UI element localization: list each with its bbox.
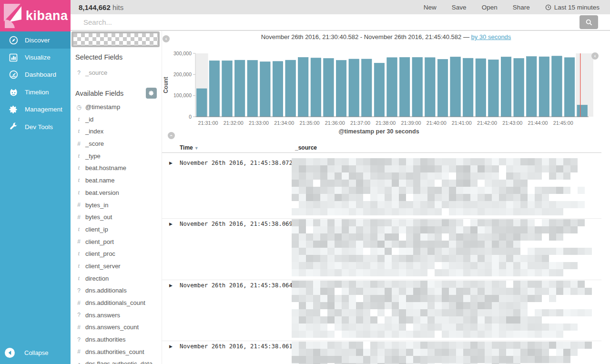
svg-text:21:32:00: 21:32:00 xyxy=(224,120,244,126)
field-item-dns-additionals_count[interactable]: #dns.additionals_count xyxy=(71,297,162,309)
field-item--timestamp[interactable]: ◷@timestamp xyxy=(71,101,162,113)
text-field-icon: t xyxy=(75,263,82,270)
doc-table-header: Time▼ _source xyxy=(162,142,601,153)
number-field-icon: # xyxy=(75,202,82,208)
field-item-beat-name[interactable]: tbeat.name xyxy=(71,174,162,187)
field-item-dns-additionals[interactable]: ?dns.additionals xyxy=(71,284,162,297)
table-row: ▶November 26th 2016, 21:45:38.061 xyxy=(162,341,601,364)
timelion-icon xyxy=(8,87,19,97)
gear-icon xyxy=(8,104,19,115)
column-header-source: _source xyxy=(295,144,317,151)
time-range-label: November 26th 2016, 21:30:40.582 - Novem… xyxy=(261,33,469,40)
kibana-logo[interactable]: kibana xyxy=(0,0,71,31)
field-name: dns.flags.authentic_data xyxy=(85,360,152,364)
time-picker-button[interactable]: Last 15 minutes xyxy=(545,4,600,11)
expand-row-icon[interactable]: ▶ xyxy=(169,344,173,349)
field-item-dns-authorities_count[interactable]: #dns.authorities_count xyxy=(71,345,162,358)
sidebar-item-timelion[interactable]: Timelion xyxy=(0,83,71,101)
text-field-icon: t xyxy=(75,250,82,257)
search-icon xyxy=(585,19,593,26)
field-settings-button[interactable] xyxy=(146,88,157,99)
field-item-bytes_in[interactable]: #bytes_in xyxy=(71,199,162,211)
field-name: bytes_out xyxy=(85,213,112,221)
field-item-client_server[interactable]: tclient_server xyxy=(71,260,162,273)
redacted-source-content xyxy=(292,281,600,338)
field-item-beat-version[interactable]: tbeat.version xyxy=(71,187,162,199)
field-name: client_ip xyxy=(85,226,108,233)
gear-icon xyxy=(148,90,154,96)
app-sidebar: kibana DiscoverVisualizeDashboardTimelio… xyxy=(0,0,71,364)
text-field-icon: t xyxy=(75,189,82,196)
svg-text:21:41:00: 21:41:00 xyxy=(452,120,472,126)
field-name: dns.additionals_count xyxy=(85,299,145,306)
number-field-icon: # xyxy=(75,238,82,245)
new-button[interactable]: New xyxy=(424,4,437,11)
sidebar-item-label: Dev Tools xyxy=(25,123,53,131)
chevron-left-icon[interactable]: ‹ xyxy=(163,35,170,42)
available-fields-header: Available Fields xyxy=(75,90,157,97)
selected-fields-list: ?_source xyxy=(71,67,162,79)
search-input[interactable] xyxy=(71,14,610,30)
field-name: bytes_in xyxy=(85,202,108,209)
share-button[interactable]: Share xyxy=(513,4,530,11)
histogram-chart[interactable]: 0100,000200,000300,00021:31:0021:32:0021… xyxy=(162,47,593,129)
field-item-dns-answers[interactable]: ?dns.answers xyxy=(71,309,162,321)
field-name: beat.version xyxy=(85,189,119,196)
field-item-_index[interactable]: t_index xyxy=(71,125,162,138)
text-field-icon: t xyxy=(75,275,82,282)
field-item-bytes_out[interactable]: #bytes_out xyxy=(71,211,162,223)
field-name: _score xyxy=(85,140,104,147)
sidebar-item-discover[interactable]: Discover xyxy=(0,31,71,49)
date-field-icon: ◷ xyxy=(75,104,82,111)
redacted-source-content xyxy=(292,219,600,277)
field-item-_source[interactable]: ?_source xyxy=(71,67,162,79)
field-item-client_port[interactable]: #client_port xyxy=(71,235,162,248)
field-item-dns-answers_count[interactable]: #dns.answers_count xyxy=(71,321,162,334)
row-timestamp: November 26th 2016, 21:45:38.069 xyxy=(180,221,293,227)
field-item-direction[interactable]: tdirection xyxy=(71,272,162,284)
svg-text:21:45:00: 21:45:00 xyxy=(553,120,573,126)
nav-items: DiscoverVisualizeDashboardTimelionManage… xyxy=(0,31,71,135)
compass-icon xyxy=(8,35,19,45)
sidebar-item-visualize[interactable]: Visualize xyxy=(0,49,71,66)
index-pattern-selector[interactable] xyxy=(71,31,160,47)
expand-row-icon[interactable]: ▶ xyxy=(169,161,173,165)
svg-text:Count: Count xyxy=(163,77,169,93)
field-item-_score[interactable]: #_score xyxy=(71,138,162,150)
svg-text:200,000: 200,000 xyxy=(173,71,192,77)
field-item-_type[interactable]: t_type xyxy=(71,150,162,162)
sidebar-item-label: Timelion xyxy=(25,89,49,96)
boolean-field-icon: ◑ xyxy=(75,361,82,364)
field-name: _index xyxy=(85,128,103,135)
table-row: ▶November 26th 2016, 21:45:38.069 xyxy=(162,219,601,280)
sidebar-item-dev-tools[interactable]: Dev Tools xyxy=(0,118,71,135)
collapse-button[interactable]: Collapse xyxy=(0,344,71,361)
fields-panel: Selected Fields ?_source Available Field… xyxy=(71,31,162,364)
field-name: dns.answers xyxy=(85,312,120,319)
svg-text:21:40:00: 21:40:00 xyxy=(427,120,447,126)
field-item-beat-hostname[interactable]: tbeat.hostname xyxy=(71,162,162,174)
text-field-icon: t xyxy=(75,164,82,172)
field-item-client_proc[interactable]: tclient_proc xyxy=(71,248,162,260)
interval-link[interactable]: by 30 seconds xyxy=(471,33,511,40)
field-item-dns-flags-authentic_data[interactable]: ◑dns.flags.authentic_data xyxy=(71,358,162,364)
row-timestamp: November 26th 2016, 21:45:38.072 xyxy=(180,160,293,166)
search-button[interactable] xyxy=(580,15,598,29)
text-field-icon: t xyxy=(75,177,82,184)
column-header-time[interactable]: Time▼ xyxy=(180,144,199,151)
field-item-dns-authorities[interactable]: ?dns.authorities xyxy=(71,334,162,346)
hits-count: 8,144,662 hits xyxy=(79,3,123,11)
field-item-client_ip[interactable]: tclient_ip xyxy=(71,223,162,236)
save-button[interactable]: Save xyxy=(452,4,467,11)
sidebar-item-management[interactable]: Management xyxy=(0,101,71,118)
chevron-left-icon[interactable]: ‹ xyxy=(591,52,599,60)
svg-text:100,000: 100,000 xyxy=(173,92,192,98)
sidebar-item-dashboard[interactable]: Dashboard xyxy=(0,66,71,83)
open-button[interactable]: Open xyxy=(482,4,498,11)
expand-row-icon[interactable]: ▶ xyxy=(169,283,173,288)
expand-row-icon[interactable]: ▶ xyxy=(169,222,173,226)
svg-text:21:36:00: 21:36:00 xyxy=(325,120,345,126)
number-field-icon: # xyxy=(75,300,82,306)
field-item-_id[interactable]: t_id xyxy=(71,113,162,125)
sidebar-item-label: Management xyxy=(25,106,62,113)
